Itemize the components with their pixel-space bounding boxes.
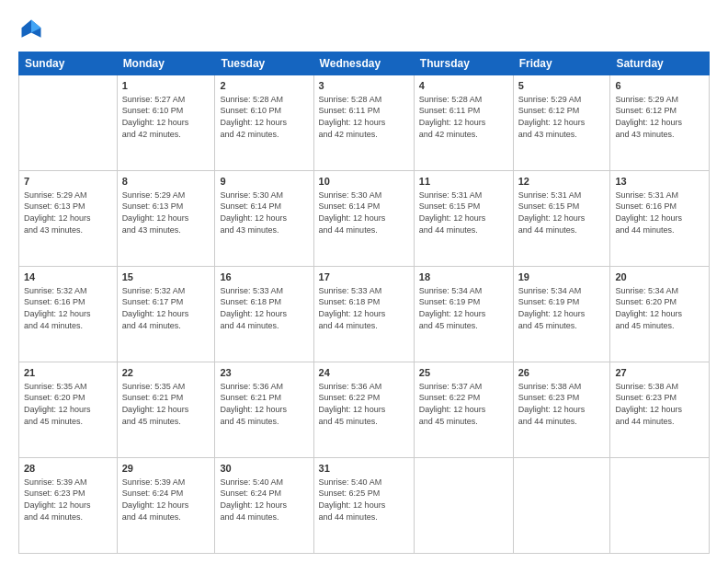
calendar-cell	[19, 75, 118, 171]
day-info: Sunrise: 5:29 AM Sunset: 6:12 PM Dayligh…	[518, 94, 606, 140]
day-info: Sunrise: 5:33 AM Sunset: 6:18 PM Dayligh…	[319, 285, 409, 331]
calendar-cell: 29Sunrise: 5:39 AM Sunset: 6:24 PM Dayli…	[117, 458, 215, 554]
day-info: Sunrise: 5:40 AM Sunset: 6:24 PM Dayligh…	[220, 477, 308, 523]
day-info: Sunrise: 5:39 AM Sunset: 6:23 PM Dayligh…	[24, 477, 112, 523]
day-info: Sunrise: 5:37 AM Sunset: 6:22 PM Dayligh…	[419, 381, 508, 427]
day-number: 24	[319, 366, 409, 380]
calendar-cell: 5Sunrise: 5:29 AM Sunset: 6:12 PM Daylig…	[513, 75, 610, 171]
calendar-cell: 28Sunrise: 5:39 AM Sunset: 6:23 PM Dayli…	[19, 458, 118, 554]
calendar-cell: 14Sunrise: 5:32 AM Sunset: 6:16 PM Dayli…	[19, 267, 118, 362]
weekday-header-tuesday: Tuesday	[215, 52, 313, 75]
logo	[18, 17, 48, 42]
day-info: Sunrise: 5:34 AM Sunset: 6:19 PM Dayligh…	[419, 285, 508, 331]
weekday-header-thursday: Thursday	[414, 52, 513, 75]
calendar-cell: 1Sunrise: 5:27 AM Sunset: 6:10 PM Daylig…	[117, 75, 215, 171]
weekday-header-friday: Friday	[513, 52, 610, 75]
calendar-cell: 12Sunrise: 5:31 AM Sunset: 6:15 PM Dayli…	[513, 171, 610, 267]
day-number: 28	[24, 462, 112, 476]
day-info: Sunrise: 5:40 AM Sunset: 6:25 PM Dayligh…	[319, 477, 409, 523]
day-info: Sunrise: 5:34 AM Sunset: 6:20 PM Dayligh…	[615, 285, 704, 331]
day-number: 19	[518, 270, 606, 284]
calendar-cell: 31Sunrise: 5:40 AM Sunset: 6:25 PM Dayli…	[313, 458, 414, 554]
day-number: 12	[518, 175, 606, 189]
calendar-week-2: 7Sunrise: 5:29 AM Sunset: 6:13 PM Daylig…	[19, 171, 710, 267]
day-info: Sunrise: 5:36 AM Sunset: 6:21 PM Dayligh…	[220, 381, 308, 427]
calendar-cell: 10Sunrise: 5:30 AM Sunset: 6:14 PM Dayli…	[313, 171, 414, 267]
logo-icon	[18, 17, 44, 42]
day-number: 25	[419, 366, 508, 380]
day-info: Sunrise: 5:28 AM Sunset: 6:11 PM Dayligh…	[419, 94, 508, 140]
day-number: 6	[615, 79, 704, 93]
calendar-cell	[414, 458, 513, 554]
day-number: 10	[319, 175, 409, 189]
day-number: 3	[319, 79, 409, 93]
day-number: 23	[220, 366, 308, 380]
day-info: Sunrise: 5:36 AM Sunset: 6:22 PM Dayligh…	[319, 381, 409, 427]
day-number: 1	[122, 79, 210, 93]
calendar-week-1: 1Sunrise: 5:27 AM Sunset: 6:10 PM Daylig…	[19, 75, 710, 171]
day-number: 2	[220, 79, 308, 93]
day-info: Sunrise: 5:30 AM Sunset: 6:14 PM Dayligh…	[220, 190, 308, 236]
weekday-header-monday: Monday	[117, 52, 215, 75]
day-info: Sunrise: 5:35 AM Sunset: 6:20 PM Dayligh…	[24, 381, 112, 427]
day-number: 9	[220, 175, 308, 189]
calendar-cell: 3Sunrise: 5:28 AM Sunset: 6:11 PM Daylig…	[313, 75, 414, 171]
day-number: 11	[419, 175, 508, 189]
day-number: 8	[122, 175, 210, 189]
day-number: 7	[24, 175, 112, 189]
calendar-cell: 24Sunrise: 5:36 AM Sunset: 6:22 PM Dayli…	[313, 362, 414, 458]
calendar-cell: 26Sunrise: 5:38 AM Sunset: 6:23 PM Dayli…	[513, 362, 610, 458]
calendar-cell: 27Sunrise: 5:38 AM Sunset: 6:23 PM Dayli…	[610, 362, 710, 458]
day-number: 29	[122, 462, 210, 476]
weekday-header-wednesday: Wednesday	[313, 52, 414, 75]
day-info: Sunrise: 5:35 AM Sunset: 6:21 PM Dayligh…	[122, 381, 210, 427]
calendar-cell	[513, 458, 610, 554]
day-number: 21	[24, 366, 112, 380]
day-info: Sunrise: 5:31 AM Sunset: 6:16 PM Dayligh…	[615, 190, 704, 236]
day-info: Sunrise: 5:33 AM Sunset: 6:18 PM Dayligh…	[220, 285, 308, 331]
calendar-cell: 17Sunrise: 5:33 AM Sunset: 6:18 PM Dayli…	[313, 267, 414, 362]
day-info: Sunrise: 5:39 AM Sunset: 6:24 PM Dayligh…	[122, 477, 210, 523]
day-info: Sunrise: 5:28 AM Sunset: 6:11 PM Dayligh…	[319, 94, 409, 140]
calendar-cell: 22Sunrise: 5:35 AM Sunset: 6:21 PM Dayli…	[117, 362, 215, 458]
day-number: 30	[220, 462, 308, 476]
day-number: 26	[518, 366, 606, 380]
day-info: Sunrise: 5:27 AM Sunset: 6:10 PM Dayligh…	[122, 94, 210, 140]
day-number: 16	[220, 270, 308, 284]
day-number: 31	[319, 462, 409, 476]
day-info: Sunrise: 5:28 AM Sunset: 6:10 PM Dayligh…	[220, 94, 308, 140]
day-info: Sunrise: 5:30 AM Sunset: 6:14 PM Dayligh…	[319, 190, 409, 236]
calendar-week-5: 28Sunrise: 5:39 AM Sunset: 6:23 PM Dayli…	[19, 458, 710, 554]
day-info: Sunrise: 5:31 AM Sunset: 6:15 PM Dayligh…	[518, 190, 606, 236]
calendar-cell: 6Sunrise: 5:29 AM Sunset: 6:12 PM Daylig…	[610, 75, 710, 171]
day-number: 14	[24, 270, 112, 284]
calendar-cell: 25Sunrise: 5:37 AM Sunset: 6:22 PM Dayli…	[414, 362, 513, 458]
weekday-header-sunday: Sunday	[19, 52, 118, 75]
calendar-cell: 30Sunrise: 5:40 AM Sunset: 6:24 PM Dayli…	[215, 458, 313, 554]
calendar-cell: 18Sunrise: 5:34 AM Sunset: 6:19 PM Dayli…	[414, 267, 513, 362]
day-number: 17	[319, 270, 409, 284]
day-info: Sunrise: 5:29 AM Sunset: 6:13 PM Dayligh…	[122, 190, 210, 236]
calendar-cell	[610, 458, 710, 554]
day-number: 15	[122, 270, 210, 284]
day-info: Sunrise: 5:29 AM Sunset: 6:12 PM Dayligh…	[615, 94, 704, 140]
day-number: 27	[615, 366, 704, 380]
calendar-cell: 15Sunrise: 5:32 AM Sunset: 6:17 PM Dayli…	[117, 267, 215, 362]
day-number: 4	[419, 79, 508, 93]
day-number: 20	[615, 270, 704, 284]
day-number: 13	[615, 175, 704, 189]
calendar-cell: 20Sunrise: 5:34 AM Sunset: 6:20 PM Dayli…	[610, 267, 710, 362]
calendar-cell: 2Sunrise: 5:28 AM Sunset: 6:10 PM Daylig…	[215, 75, 313, 171]
calendar-table: SundayMondayTuesdayWednesdayThursdayFrid…	[18, 52, 710, 554]
calendar-cell: 16Sunrise: 5:33 AM Sunset: 6:18 PM Dayli…	[215, 267, 313, 362]
day-info: Sunrise: 5:32 AM Sunset: 6:17 PM Dayligh…	[122, 285, 210, 331]
day-number: 22	[122, 366, 210, 380]
day-info: Sunrise: 5:31 AM Sunset: 6:15 PM Dayligh…	[419, 190, 508, 236]
calendar-cell: 11Sunrise: 5:31 AM Sunset: 6:15 PM Dayli…	[414, 171, 513, 267]
calendar-cell: 8Sunrise: 5:29 AM Sunset: 6:13 PM Daylig…	[117, 171, 215, 267]
day-info: Sunrise: 5:29 AM Sunset: 6:13 PM Dayligh…	[24, 190, 112, 236]
calendar-cell: 9Sunrise: 5:30 AM Sunset: 6:14 PM Daylig…	[215, 171, 313, 267]
day-number: 5	[518, 79, 606, 93]
calendar-cell: 23Sunrise: 5:36 AM Sunset: 6:21 PM Dayli…	[215, 362, 313, 458]
day-info: Sunrise: 5:32 AM Sunset: 6:16 PM Dayligh…	[24, 285, 112, 331]
